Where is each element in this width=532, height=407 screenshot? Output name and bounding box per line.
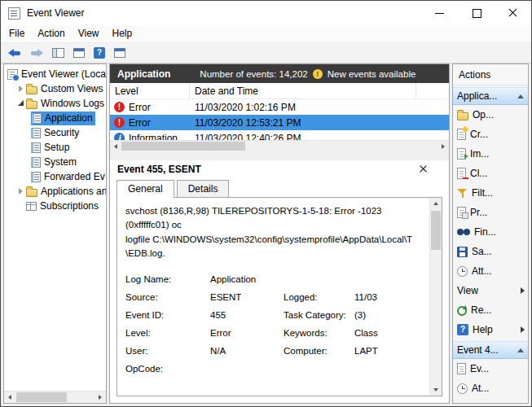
- maximize-button[interactable]: [458, 1, 495, 25]
- tree-item-application[interactable]: Application: [4, 111, 106, 125]
- help-icon[interactable]: [94, 47, 105, 59]
- tree-item-security[interactable]: Security: [4, 125, 106, 140]
- tree-item-subscriptions[interactable]: Subscriptions: [4, 199, 106, 213]
- close-detail-icon[interactable]: [418, 164, 429, 175]
- action-properties[interactable]: Pr...: [453, 203, 528, 222]
- tree-item-label: Security: [44, 127, 79, 138]
- tree-item-label: Setup: [44, 142, 69, 153]
- scroll-down-arrow[interactable]: [430, 383, 442, 396]
- expand-icon[interactable]: [16, 81, 26, 96]
- menu-file[interactable]: File: [2, 25, 31, 42]
- action-help-submenu[interactable]: Help: [453, 320, 528, 339]
- collapse-icon[interactable]: [16, 96, 26, 111]
- menu-action[interactable]: Action: [31, 25, 71, 42]
- menu-help[interactable]: Help: [106, 25, 139, 42]
- close-button[interactable]: [495, 1, 531, 25]
- console-tree: Event Viewer (Local) Custom Views Window…: [4, 64, 106, 213]
- tab-general[interactable]: General: [117, 180, 174, 197]
- back-icon[interactable]: [8, 49, 21, 58]
- actions-section-event[interactable]: Event 4...: [453, 341, 528, 359]
- field-row: Event ID: 455 Task Category: (3): [125, 308, 422, 326]
- tree-item-label: System: [44, 156, 77, 168]
- action-import-custom-view[interactable]: Im...: [453, 144, 528, 164]
- preview-pane-splitter[interactable]: [110, 151, 449, 160]
- detail-tabs: General Details: [110, 178, 449, 197]
- tree-horizontal-scrollbar[interactable]: [4, 391, 106, 403]
- event-id-label: Event ID:: [125, 310, 164, 320]
- source-label: Source:: [125, 292, 158, 302]
- caption-buttons: [421, 1, 531, 25]
- console-tree-panel: Event Viewer (Local) Custom Views Window…: [3, 63, 107, 404]
- tree-item-custom-views[interactable]: Custom Views: [4, 81, 106, 96]
- console-content: Event Viewer (Local) Custom Views Window…: [3, 63, 529, 404]
- level-value: Error: [210, 328, 231, 338]
- event-row-selected[interactable]: Error 11/03/2020 12:53:21 PM: [110, 115, 449, 130]
- list-horizontal-scrollbar[interactable]: [110, 140, 449, 151]
- action-attach-task-to-event[interactable]: At...: [453, 379, 528, 398]
- tree-item-event-viewer-local[interactable]: Event Viewer (Local): [4, 67, 106, 81]
- column-header-level[interactable]: Level: [110, 83, 190, 98]
- action-create-custom-view[interactable]: Cr...: [453, 125, 528, 144]
- new-events-warning-icon: [313, 69, 323, 79]
- action-filter-current-log[interactable]: Filt...: [453, 183, 528, 203]
- scroll-left-arrow[interactable]: [110, 141, 121, 151]
- scroll-up-arrow[interactable]: [430, 198, 442, 210]
- field-row: User: N/A Computer: LAPT: [125, 344, 422, 361]
- detail-vertical-scrollbar[interactable]: [429, 198, 442, 396]
- app-icon: [8, 7, 20, 20]
- event-properties-icon: [457, 363, 466, 374]
- scrollbar-thumb[interactable]: [431, 211, 441, 250]
- properties-window-icon[interactable]: [73, 48, 85, 58]
- action-clear-log[interactable]: Cl...: [453, 164, 528, 183]
- action-event-properties[interactable]: Ev...: [453, 359, 528, 379]
- logged-label: Logged:: [284, 292, 318, 302]
- action-open-saved-log[interactable]: Op...: [453, 105, 528, 125]
- log-name-label: Log Name:: [125, 274, 171, 284]
- scroll-right-arrow[interactable]: [437, 141, 449, 151]
- event-description-line: logfile C:\WINDOWS\system32\config\syste…: [125, 233, 422, 247]
- field-row: OpCode:: [125, 361, 422, 379]
- level-label: Level:: [125, 328, 151, 338]
- tab-details[interactable]: Details: [177, 180, 230, 197]
- scrollbar-thumb[interactable]: [121, 142, 245, 151]
- action-refresh[interactable]: Re...: [453, 300, 528, 320]
- event-list: Level Date and Time Error 11/03/2020 1:0…: [110, 83, 449, 151]
- clear-log-icon: [457, 168, 466, 179]
- open-folder-icon: [457, 112, 468, 120]
- scroll-left-arrow[interactable]: [4, 392, 16, 403]
- scrollbar-thumb[interactable]: [16, 392, 67, 402]
- action-pane-icon[interactable]: [114, 48, 125, 58]
- event-viewer-icon: [7, 69, 18, 80]
- tree-item-label: Forwarded Ev: [44, 171, 105, 182]
- expand-icon[interactable]: [16, 184, 26, 199]
- keywords-label: Keywords:: [284, 328, 328, 338]
- tree-item-forwarded-events[interactable]: Forwarded Ev: [4, 169, 106, 184]
- action-save-all-events[interactable]: Sa...: [453, 242, 528, 261]
- results-panel: Application Number of events: 14,202 New…: [109, 63, 450, 404]
- column-header-date-time[interactable]: Date and Time: [190, 83, 416, 98]
- tree-item-system[interactable]: System: [4, 155, 106, 169]
- action-find[interactable]: Fin...: [453, 222, 528, 242]
- show-console-tree-icon[interactable]: [52, 48, 64, 58]
- event-description-line: \EDB.log.: [125, 247, 422, 260]
- actions-section-application[interactable]: Applica...: [453, 87, 528, 105]
- scroll-right-arrow[interactable]: [94, 392, 106, 403]
- event-row[interactable]: Error 11/03/2020 1:02:16 PM: [110, 99, 449, 115]
- tree-item-windows-logs[interactable]: Windows Logs: [4, 96, 106, 111]
- action-attach-task[interactable]: Att...: [453, 261, 528, 281]
- action-view-submenu[interactable]: View: [453, 281, 528, 300]
- tree-item-applications-and-services[interactable]: Applications and: [4, 184, 106, 199]
- minimize-button[interactable]: [421, 1, 458, 25]
- event-id-value: 455: [210, 310, 226, 320]
- log-name-title: Application: [117, 68, 170, 80]
- menu-bar: File Action View Help: [1, 25, 531, 42]
- properties-icon: [457, 207, 466, 218]
- tree-item-label: Subscriptions: [40, 200, 99, 212]
- help-icon: [457, 324, 468, 335]
- folder-icon: [26, 189, 37, 197]
- forward-icon[interactable]: [30, 49, 43, 58]
- event-row[interactable]: Information 11/03/2020 12:40:26 PM: [110, 130, 449, 140]
- opcode-label: OpCode:: [125, 364, 163, 374]
- menu-view[interactable]: View: [72, 25, 106, 42]
- tree-item-setup[interactable]: Setup: [4, 140, 106, 155]
